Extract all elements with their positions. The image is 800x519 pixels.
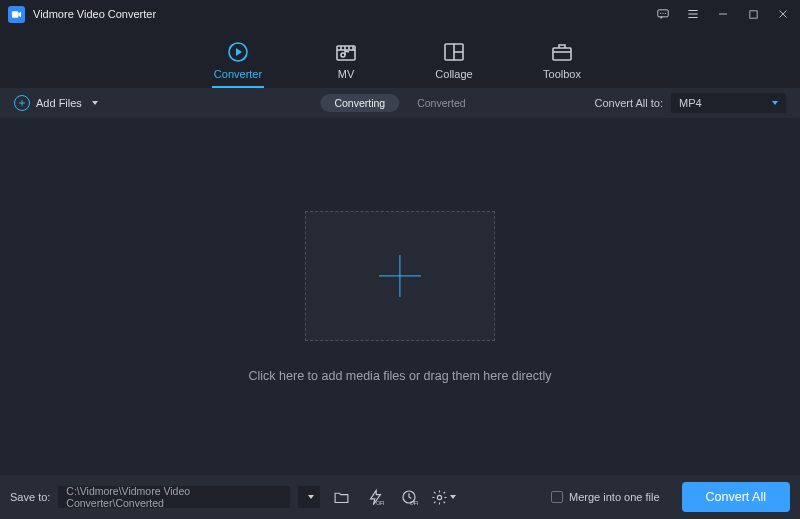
svg-rect-9 <box>749 10 756 17</box>
app-window: Vidmore Video Converter Co <box>0 0 800 519</box>
mode-toggle: Converting Converted <box>320 94 479 112</box>
nav-tab-toolbox[interactable]: Toolbox <box>532 41 592 88</box>
mv-icon <box>334 41 358 63</box>
feedback-icon[interactable] <box>656 7 670 21</box>
secondary-bar: Add Files Converting Converted Convert A… <box>0 88 800 118</box>
converter-icon <box>226 41 250 63</box>
format-select[interactable]: MP4 <box>671 93 786 113</box>
nav-label: Toolbox <box>543 68 581 80</box>
nav-tab-converter[interactable]: Converter <box>208 41 268 88</box>
convert-all-to-label: Convert All to: <box>595 97 663 109</box>
dropzone[interactable] <box>305 211 495 341</box>
nav-label: MV <box>338 68 355 80</box>
save-to-path[interactable]: C:\Vidmore\Vidmore Video Converter\Conve… <box>58 486 290 508</box>
title-bar: Vidmore Video Converter <box>0 0 800 28</box>
window-controls <box>656 7 790 21</box>
chevron-down-icon <box>772 101 778 105</box>
svg-point-3 <box>662 12 663 13</box>
save-to-label: Save to: <box>10 491 50 503</box>
add-files-button[interactable]: Add Files <box>14 95 98 111</box>
add-plus-icon <box>379 255 421 297</box>
maximize-icon[interactable] <box>746 7 760 21</box>
nav-label: Collage <box>435 68 472 80</box>
checkbox-icon <box>551 491 563 503</box>
minimize-icon[interactable] <box>716 7 730 21</box>
bottom-bar: Save to: C:\Vidmore\Vidmore Video Conver… <box>0 475 800 519</box>
add-files-label: Add Files <box>36 97 82 109</box>
svg-text:OFF: OFF <box>376 501 384 506</box>
convert-all-button[interactable]: Convert All <box>682 482 790 512</box>
mode-converted[interactable]: Converted <box>403 94 479 112</box>
main-area: Click here to add media files or drag th… <box>0 118 800 475</box>
svg-point-2 <box>660 12 661 13</box>
high-speed-button[interactable]: OFF <box>396 486 422 508</box>
chevron-down-icon <box>308 495 314 499</box>
nav-tab-collage[interactable]: Collage <box>424 41 484 88</box>
format-selected-value: MP4 <box>679 97 702 109</box>
merge-checkbox[interactable]: Merge into one file <box>551 491 660 503</box>
app-title: Vidmore Video Converter <box>33 8 156 20</box>
merge-label: Merge into one file <box>569 491 660 503</box>
convert-all-to: Convert All to: MP4 <box>595 93 786 113</box>
dropzone-hint: Click here to add media files or drag th… <box>249 369 552 383</box>
hardware-accel-button[interactable]: OFF <box>362 486 388 508</box>
chevron-down-icon <box>450 495 456 499</box>
settings-button[interactable] <box>430 486 456 508</box>
svg-rect-18 <box>553 48 571 60</box>
app-logo-icon <box>8 6 25 23</box>
save-to-dropdown-button[interactable] <box>298 486 320 508</box>
nav-tab-mv[interactable]: MV <box>316 41 376 88</box>
chevron-down-icon <box>92 101 98 105</box>
open-folder-button[interactable] <box>328 486 354 508</box>
primary-nav: Converter MV Collage Toolbox <box>0 28 800 88</box>
close-icon[interactable] <box>776 7 790 21</box>
svg-rect-0 <box>12 11 18 17</box>
svg-point-4 <box>665 12 666 13</box>
toolbox-icon <box>550 41 574 63</box>
collage-icon <box>442 41 466 63</box>
mode-converting[interactable]: Converting <box>320 94 399 112</box>
menu-icon[interactable] <box>686 7 700 21</box>
svg-text:OFF: OFF <box>410 500 418 506</box>
plus-circle-icon <box>14 95 30 111</box>
nav-label: Converter <box>214 68 262 80</box>
svg-point-24 <box>437 495 441 499</box>
